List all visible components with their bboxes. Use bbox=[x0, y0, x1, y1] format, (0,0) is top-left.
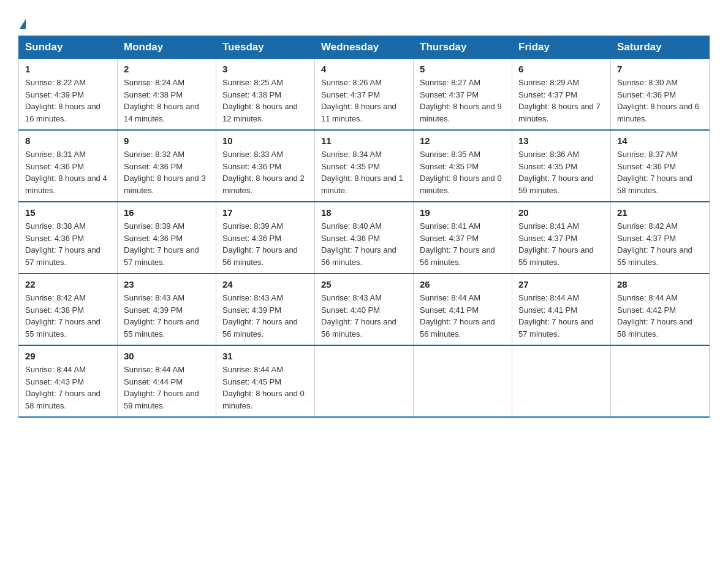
day-number: 11 bbox=[321, 136, 407, 146]
day-number: 8 bbox=[25, 136, 111, 146]
day-number: 30 bbox=[124, 351, 210, 361]
day-info: Sunrise: 8:33 AMSunset: 4:36 PMDaylight:… bbox=[222, 150, 305, 195]
header-row: SundayMondayTuesdayWednesdayThursdayFrid… bbox=[19, 36, 710, 59]
day-number: 20 bbox=[518, 207, 604, 218]
day-cell: 18 Sunrise: 8:40 AMSunset: 4:36 PMDaylig… bbox=[315, 202, 414, 274]
day-cell: 23 Sunrise: 8:43 AMSunset: 4:39 PMDaylig… bbox=[118, 274, 216, 345]
calendar-table: SundayMondayTuesdayWednesdayThursdayFrid… bbox=[18, 36, 710, 418]
day-number: 17 bbox=[222, 207, 308, 218]
day-cell bbox=[315, 345, 414, 417]
day-cell bbox=[414, 345, 512, 417]
day-number: 24 bbox=[222, 279, 308, 289]
day-info: Sunrise: 8:44 AMSunset: 4:43 PMDaylight:… bbox=[25, 365, 100, 410]
day-info: Sunrise: 8:25 AMSunset: 4:38 PMDaylight:… bbox=[222, 78, 298, 123]
day-number: 28 bbox=[617, 279, 703, 289]
day-cell: 27 Sunrise: 8:44 AMSunset: 4:41 PMDaylig… bbox=[512, 274, 611, 345]
week-row-3: 15 Sunrise: 8:38 AMSunset: 4:36 PMDaylig… bbox=[19, 202, 710, 274]
day-number: 9 bbox=[124, 136, 210, 146]
day-number: 26 bbox=[420, 279, 506, 289]
week-row-2: 8 Sunrise: 8:31 AMSunset: 4:36 PMDayligh… bbox=[19, 130, 710, 202]
day-cell: 10 Sunrise: 8:33 AMSunset: 4:36 PMDaylig… bbox=[216, 130, 315, 202]
day-number: 1 bbox=[25, 64, 111, 74]
day-cell: 15 Sunrise: 8:38 AMSunset: 4:36 PMDaylig… bbox=[19, 202, 118, 274]
day-cell: 28 Sunrise: 8:44 AMSunset: 4:42 PMDaylig… bbox=[611, 274, 710, 345]
day-cell: 24 Sunrise: 8:43 AMSunset: 4:39 PMDaylig… bbox=[216, 274, 315, 345]
day-cell: 20 Sunrise: 8:41 AMSunset: 4:37 PMDaylig… bbox=[512, 202, 611, 274]
day-info: Sunrise: 8:39 AMSunset: 4:36 PMDaylight:… bbox=[222, 221, 298, 267]
day-info: Sunrise: 8:41 AMSunset: 4:37 PMDaylight:… bbox=[420, 221, 495, 267]
day-number: 29 bbox=[25, 351, 111, 361]
calendar-body: 1 Sunrise: 8:22 AMSunset: 4:39 PMDayligh… bbox=[19, 59, 710, 418]
day-cell: 6 Sunrise: 8:29 AMSunset: 4:37 PMDayligh… bbox=[512, 59, 611, 131]
day-cell: 29 Sunrise: 8:44 AMSunset: 4:43 PMDaylig… bbox=[19, 345, 118, 417]
day-cell: 30 Sunrise: 8:44 AMSunset: 4:44 PMDaylig… bbox=[118, 345, 216, 417]
day-info: Sunrise: 8:42 AMSunset: 4:37 PMDaylight:… bbox=[617, 221, 692, 267]
day-cell: 21 Sunrise: 8:42 AMSunset: 4:37 PMDaylig… bbox=[611, 202, 710, 274]
header-day-saturday: Saturday bbox=[611, 36, 710, 59]
day-cell: 13 Sunrise: 8:36 AMSunset: 4:35 PMDaylig… bbox=[512, 130, 611, 202]
day-cell: 14 Sunrise: 8:37 AMSunset: 4:36 PMDaylig… bbox=[611, 130, 710, 202]
day-info: Sunrise: 8:43 AMSunset: 4:39 PMDaylight:… bbox=[124, 293, 199, 339]
day-info: Sunrise: 8:40 AMSunset: 4:36 PMDaylight:… bbox=[321, 221, 396, 267]
day-info: Sunrise: 8:37 AMSunset: 4:36 PMDaylight:… bbox=[617, 150, 692, 195]
day-info: Sunrise: 8:41 AMSunset: 4:37 PMDaylight:… bbox=[518, 221, 594, 267]
day-cell: 4 Sunrise: 8:26 AMSunset: 4:37 PMDayligh… bbox=[315, 59, 414, 131]
day-number: 3 bbox=[222, 64, 308, 74]
day-number: 12 bbox=[420, 136, 506, 146]
day-cell: 11 Sunrise: 8:34 AMSunset: 4:35 PMDaylig… bbox=[315, 130, 414, 202]
day-info: Sunrise: 8:36 AMSunset: 4:35 PMDaylight:… bbox=[518, 150, 594, 195]
day-number: 18 bbox=[321, 207, 407, 218]
day-info: Sunrise: 8:24 AMSunset: 4:38 PMDaylight:… bbox=[124, 78, 199, 123]
day-number: 25 bbox=[321, 279, 407, 289]
day-number: 13 bbox=[518, 136, 604, 146]
day-number: 27 bbox=[518, 279, 604, 289]
day-info: Sunrise: 8:35 AMSunset: 4:35 PMDaylight:… bbox=[420, 150, 502, 195]
header-day-thursday: Thursday bbox=[414, 36, 512, 59]
day-cell: 3 Sunrise: 8:25 AMSunset: 4:38 PMDayligh… bbox=[216, 59, 315, 131]
header-day-friday: Friday bbox=[512, 36, 611, 59]
day-info: Sunrise: 8:44 AMSunset: 4:41 PMDaylight:… bbox=[420, 293, 495, 339]
day-info: Sunrise: 8:26 AMSunset: 4:37 PMDaylight:… bbox=[321, 78, 396, 123]
day-cell: 17 Sunrise: 8:39 AMSunset: 4:36 PMDaylig… bbox=[216, 202, 315, 274]
day-info: Sunrise: 8:22 AMSunset: 4:39 PMDaylight:… bbox=[25, 78, 100, 123]
day-number: 5 bbox=[420, 64, 506, 74]
day-cell: 16 Sunrise: 8:39 AMSunset: 4:36 PMDaylig… bbox=[118, 202, 216, 274]
page-header bbox=[18, 12, 710, 29]
day-info: Sunrise: 8:39 AMSunset: 4:36 PMDaylight:… bbox=[124, 221, 199, 267]
day-number: 10 bbox=[222, 136, 308, 146]
day-cell: 26 Sunrise: 8:44 AMSunset: 4:41 PMDaylig… bbox=[414, 274, 512, 345]
logo-top-row bbox=[18, 12, 26, 29]
day-info: Sunrise: 8:29 AMSunset: 4:37 PMDaylight:… bbox=[518, 78, 601, 123]
day-cell bbox=[512, 345, 611, 417]
day-number: 4 bbox=[321, 64, 407, 74]
week-row-4: 22 Sunrise: 8:42 AMSunset: 4:38 PMDaylig… bbox=[19, 274, 710, 345]
header-day-monday: Monday bbox=[118, 36, 216, 59]
week-row-1: 1 Sunrise: 8:22 AMSunset: 4:39 PMDayligh… bbox=[19, 59, 710, 131]
day-cell: 2 Sunrise: 8:24 AMSunset: 4:38 PMDayligh… bbox=[118, 59, 216, 131]
day-number: 14 bbox=[617, 136, 703, 146]
day-number: 7 bbox=[617, 64, 703, 74]
day-info: Sunrise: 8:34 AMSunset: 4:35 PMDaylight:… bbox=[321, 150, 403, 195]
week-row-5: 29 Sunrise: 8:44 AMSunset: 4:43 PMDaylig… bbox=[19, 345, 710, 417]
day-info: Sunrise: 8:44 AMSunset: 4:41 PMDaylight:… bbox=[518, 293, 594, 339]
calendar-header: SundayMondayTuesdayWednesdayThursdayFrid… bbox=[19, 36, 710, 59]
day-number: 31 bbox=[222, 351, 308, 361]
day-info: Sunrise: 8:44 AMSunset: 4:44 PMDaylight:… bbox=[124, 365, 199, 410]
day-info: Sunrise: 8:30 AMSunset: 4:36 PMDaylight:… bbox=[617, 78, 699, 123]
day-cell: 8 Sunrise: 8:31 AMSunset: 4:36 PMDayligh… bbox=[19, 130, 118, 202]
day-info: Sunrise: 8:31 AMSunset: 4:36 PMDaylight:… bbox=[25, 150, 107, 195]
day-number: 15 bbox=[25, 207, 111, 218]
day-number: 22 bbox=[25, 279, 111, 289]
day-cell: 22 Sunrise: 8:42 AMSunset: 4:38 PMDaylig… bbox=[19, 274, 118, 345]
logo bbox=[18, 12, 26, 29]
day-number: 6 bbox=[518, 64, 604, 74]
day-cell: 1 Sunrise: 8:22 AMSunset: 4:39 PMDayligh… bbox=[19, 59, 118, 131]
day-number: 16 bbox=[124, 207, 210, 218]
day-info: Sunrise: 8:44 AMSunset: 4:42 PMDaylight:… bbox=[617, 293, 692, 339]
day-number: 21 bbox=[617, 207, 703, 218]
day-cell: 7 Sunrise: 8:30 AMSunset: 4:36 PMDayligh… bbox=[611, 59, 710, 131]
day-cell bbox=[611, 345, 710, 417]
day-info: Sunrise: 8:32 AMSunset: 4:36 PMDaylight:… bbox=[124, 150, 206, 195]
day-cell: 5 Sunrise: 8:27 AMSunset: 4:37 PMDayligh… bbox=[414, 59, 512, 131]
day-cell: 12 Sunrise: 8:35 AMSunset: 4:35 PMDaylig… bbox=[414, 130, 512, 202]
